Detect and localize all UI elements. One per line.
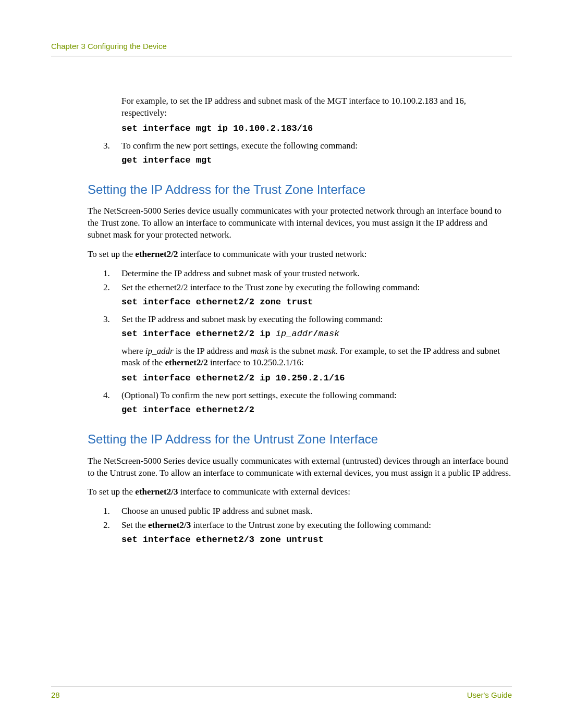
text: where [121, 346, 145, 356]
text: is the IP address and [174, 346, 251, 356]
step-text: To confirm the new port settings, execut… [121, 140, 512, 152]
step-number: 1. [103, 268, 121, 280]
text: interface to communicate with external d… [178, 487, 350, 497]
text: To set up the [88, 487, 135, 497]
chapter-header: Chapter 3 Configuring the Device [51, 42, 512, 56]
code-part: set interface ethernet2/2 ip [121, 329, 276, 339]
untrust-paragraph-1: The NetScreen-5000 Series device usually… [88, 455, 512, 479]
text: interface to the Untrust zone by executi… [191, 520, 431, 530]
trust-paragraph-2: To set up the ethernet2/2 interface to c… [88, 249, 512, 261]
interface-name: ethernet2/2 [135, 249, 178, 259]
text: interface to communicate with your trust… [178, 249, 367, 259]
step-number: 2. [103, 520, 121, 532]
code-get-mgt: get interface mgt [121, 155, 212, 165]
interface-name: ethernet2/3 [135, 487, 178, 497]
trust-paragraph-1: The NetScreen-5000 Series device usually… [88, 205, 512, 241]
footer-title: User's Guide [467, 690, 512, 699]
interface-name: ethernet2/3 [148, 520, 191, 530]
heading-trust-zone: Setting the IP Address for the Trust Zon… [51, 181, 512, 198]
text: is the subnet [268, 346, 317, 356]
step-text: (Optional) To confirm the new port setti… [121, 390, 512, 402]
var-name: mask [317, 346, 336, 356]
code-placeholder: mask [318, 329, 339, 339]
step-text: Set the ethernet2/3 interface to the Unt… [121, 520, 512, 532]
text: Set the [121, 520, 148, 530]
text: To set up the [88, 249, 135, 259]
step-number: 3. [103, 314, 121, 326]
var-name: mask [250, 346, 268, 356]
code-zone-trust: set interface ethernet2/2 zone trust [121, 297, 313, 307]
heading-untrust-zone: Setting the IP Address for the Untrust Z… [51, 431, 512, 448]
var-name: ip_addr [145, 346, 174, 356]
step-number: 1. [103, 505, 121, 517]
step-text: Set the ethernet2/2 interface to the Tru… [121, 282, 512, 294]
untrust-paragraph-2: To set up the ethernet2/3 interface to c… [88, 486, 512, 498]
interface-name: ethernet2/2 [165, 357, 208, 367]
code-placeholder: ip_addr [276, 329, 313, 339]
intro-paragraph: For example, to set the IP address and s… [121, 95, 512, 119]
step-number: 4. [103, 390, 121, 402]
code-part: / [313, 329, 318, 339]
where-explanation: where ip_addr is the IP address and mask… [121, 346, 512, 369]
text: interface to 10.250.2.1/16: [208, 357, 304, 367]
code-set-ip-template: set interface ethernet2/2 ip ip_addr/mas… [121, 328, 512, 340]
step-number: 2. [103, 282, 121, 294]
code-set-ip-example: set interface ethernet2/2 ip 10.250.2.1/… [121, 373, 345, 383]
step-text: Set the IP address and subnet mask by ex… [121, 314, 512, 326]
step-text: Choose an unused public IP address and s… [121, 505, 512, 517]
step-text: Determine the IP address and subnet mask… [121, 268, 512, 280]
code-set-mgt-ip: set interface mgt ip 10.100.2.183/16 [121, 124, 313, 133]
page-number: 28 [51, 690, 60, 699]
step-number: 3. [103, 140, 121, 152]
code-zone-untrust: set interface ethernet2/3 zone untrust [121, 535, 324, 545]
code-get-ethernet22: get interface ethernet2/2 [121, 405, 254, 415]
